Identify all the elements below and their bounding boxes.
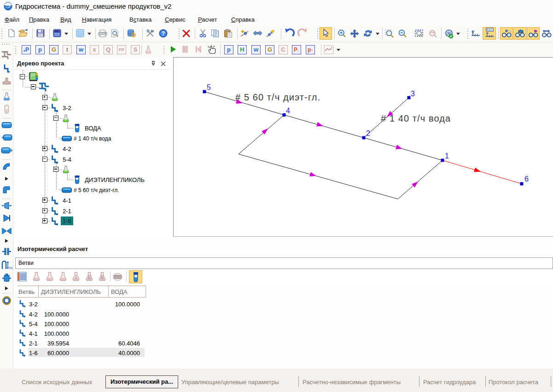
- svg-text:GP: GP: [6, 5, 11, 9]
- svg-text:H: H: [10, 266, 13, 270]
- svg-text:?: ?: [162, 30, 165, 37]
